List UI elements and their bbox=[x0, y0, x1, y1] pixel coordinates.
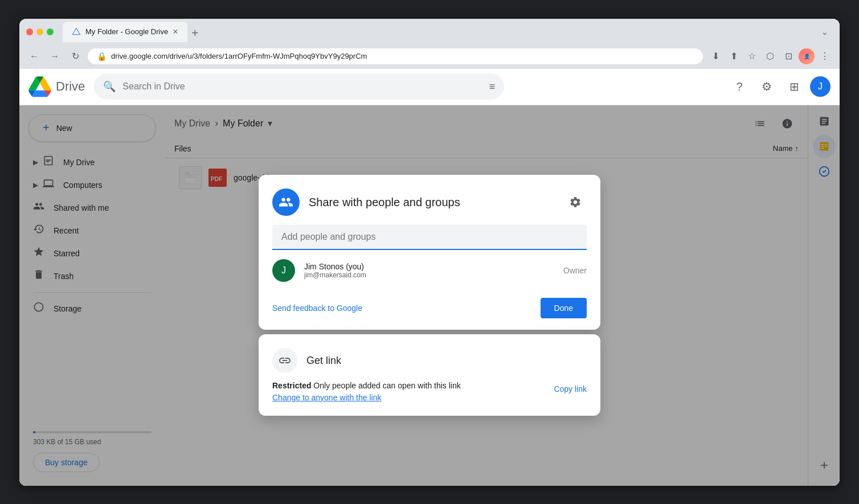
user-info: Jim Stonos (you) jim@makersaid.com bbox=[304, 262, 554, 279]
get-link-card: Get link Restricted Only people added ca… bbox=[259, 334, 600, 416]
copy-link-button[interactable]: Copy link bbox=[554, 380, 587, 398]
add-people-input[interactable] bbox=[272, 225, 587, 249]
search-icon: 🔍 bbox=[103, 80, 116, 93]
download-icon[interactable]: ⬇ bbox=[707, 48, 723, 64]
drive-logo-text: Drive bbox=[56, 79, 85, 94]
user-name: Jim Stonos (you) bbox=[304, 262, 554, 271]
browser-user-avatar[interactable]: 👤 bbox=[799, 48, 815, 64]
user-email: jim@makersaid.com bbox=[304, 271, 554, 279]
minimize-window-button[interactable] bbox=[36, 28, 43, 35]
forward-button[interactable]: → bbox=[47, 48, 63, 64]
help-button[interactable]: ? bbox=[728, 75, 751, 98]
help-icon: ? bbox=[736, 80, 742, 93]
share-dialog-footer: Send feedback to Google Done bbox=[259, 291, 600, 330]
user-role: Owner bbox=[563, 266, 587, 275]
overlay: Share with people and groups J Ji bbox=[19, 105, 840, 486]
share-dialog-title: Share with people and groups bbox=[309, 196, 555, 209]
close-window-button[interactable] bbox=[26, 28, 33, 35]
get-link-header: Get link bbox=[272, 348, 587, 373]
share-icon-circle bbox=[272, 189, 300, 216]
settings-button[interactable]: ⚙ bbox=[755, 75, 778, 98]
lock-icon: 🔒 bbox=[97, 52, 107, 61]
split-view-icon[interactable]: ⊡ bbox=[780, 48, 796, 64]
url-bar[interactable]: 🔒 drive.google.com/drive/u/3/folders/1ar… bbox=[88, 48, 703, 64]
share-dialog: Share with people and groups J Ji bbox=[259, 175, 600, 330]
upload-icon[interactable]: ⬆ bbox=[726, 48, 742, 64]
tab-close-button[interactable]: × bbox=[173, 27, 178, 37]
link-description: Restricted Only people added can open wi… bbox=[272, 380, 461, 392]
link-icon-circle bbox=[272, 348, 297, 373]
tab-title: My Folder - Google Drive bbox=[85, 27, 168, 36]
bookmark-icon[interactable]: ☆ bbox=[744, 48, 760, 64]
done-button[interactable]: Done bbox=[541, 298, 587, 318]
apps-icon: ⊞ bbox=[790, 80, 799, 93]
feedback-link[interactable]: Send feedback to Google bbox=[272, 304, 362, 313]
share-settings-button[interactable] bbox=[564, 191, 587, 214]
new-tab-button[interactable]: + bbox=[190, 24, 201, 42]
change-link-button[interactable]: Change to anyone with the link bbox=[272, 393, 461, 402]
tab-favicon bbox=[72, 27, 81, 36]
user-avatar-green: J bbox=[272, 259, 295, 282]
browser-menu-icon[interactable]: ⋮ bbox=[817, 48, 833, 64]
maximize-window-button[interactable] bbox=[47, 28, 54, 35]
user-initial: J bbox=[818, 81, 823, 92]
restriction-desc: Only people added can open with this lin… bbox=[313, 381, 460, 390]
get-link-title: Get link bbox=[306, 355, 341, 367]
extension-icon[interactable]: ⬡ bbox=[762, 48, 778, 64]
share-input-area[interactable] bbox=[272, 225, 587, 250]
search-input[interactable] bbox=[122, 81, 482, 92]
share-dialog-header: Share with people and groups bbox=[259, 175, 600, 225]
window-expand-button[interactable]: ⌄ bbox=[817, 24, 833, 40]
settings-icon: ⚙ bbox=[762, 80, 772, 93]
user-initial-label: J bbox=[281, 265, 286, 276]
apps-button[interactable]: ⊞ bbox=[783, 75, 805, 98]
browser-tab[interactable]: My Folder - Google Drive × bbox=[63, 22, 187, 42]
restriction-label: Restricted bbox=[272, 381, 311, 390]
reload-button[interactable]: ↻ bbox=[67, 48, 83, 64]
share-user-row: J Jim Stonos (you) jim@makersaid.com Own… bbox=[259, 250, 600, 291]
drive-logo[interactable]: Drive bbox=[28, 75, 85, 98]
back-button[interactable]: ← bbox=[26, 48, 42, 64]
search-bar[interactable]: 🔍 ≡ bbox=[94, 73, 504, 100]
user-avatar[interactable]: J bbox=[810, 76, 831, 97]
get-link-body: Restricted Only people added can open wi… bbox=[272, 380, 587, 402]
url-text: drive.google.com/drive/u/3/folders/1arrO… bbox=[111, 52, 367, 60]
search-filter-icon[interactable]: ≡ bbox=[489, 81, 496, 93]
